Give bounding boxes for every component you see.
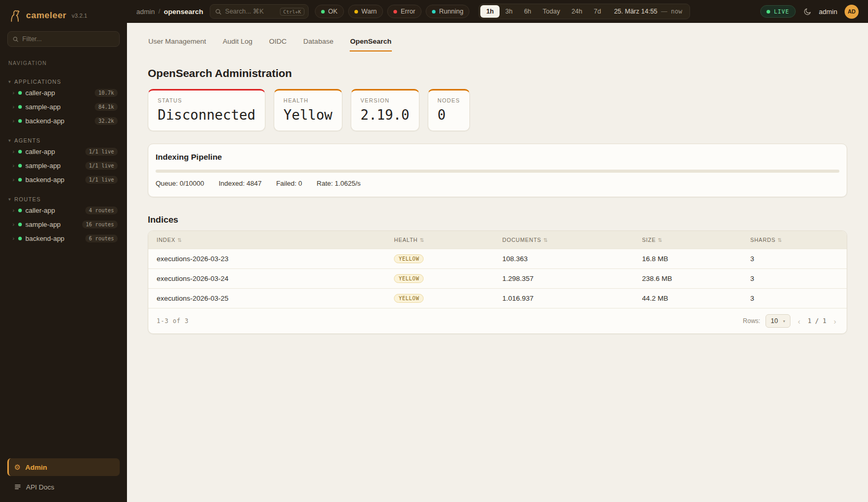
- main-area: admin / opensearch Ctrl+K OKWarnErrorRun…: [127, 0, 868, 502]
- filter-chip-warn[interactable]: Warn: [348, 5, 383, 18]
- date-range-separator: —: [661, 8, 667, 15]
- sidebar-item-badge: 1/1 live: [85, 176, 118, 184]
- health-badge: YELLOW: [394, 274, 424, 283]
- pipeline-progress-bar: [156, 170, 839, 173]
- cell-documents: 1.298.357: [494, 268, 633, 288]
- table-footer-right: Rows: 10 ▾ ‹ 1 / 1 ›: [743, 314, 838, 328]
- sidebar-item-routes-sample-app[interactable]: ›sample-app16 routes: [7, 217, 120, 231]
- stat-value: Yellow: [284, 107, 333, 123]
- filter-chip-running[interactable]: Running: [426, 5, 470, 18]
- tab-user-management[interactable]: User Management: [148, 34, 207, 52]
- filter-chip-error[interactable]: Error: [387, 5, 422, 18]
- time-range-1h[interactable]: 1h: [480, 5, 500, 18]
- nav-section-header-routes[interactable]: ▾ROUTES: [7, 195, 120, 203]
- sidebar-item-routes-backend-app[interactable]: ›backend-app6 routes: [7, 231, 120, 246]
- column-label: SHARDS: [750, 237, 776, 243]
- status-dot: [18, 150, 22, 153]
- sidebar-item-badge: 1/1 live: [85, 162, 118, 170]
- nav-section-label: ROUTES: [15, 196, 41, 202]
- search-shortcut-kbd: Ctrl+K: [280, 8, 304, 16]
- page-indicator: 1 / 1: [808, 317, 826, 325]
- column-label: HEALTH: [394, 237, 417, 243]
- rows-per-page-value: 10: [771, 317, 778, 325]
- time-range-7d[interactable]: 7d: [588, 5, 607, 18]
- search-icon: [215, 8, 222, 15]
- sidebar-filter[interactable]: [7, 31, 120, 47]
- status-dot: [18, 209, 22, 212]
- next-page-button[interactable]: ›: [832, 317, 838, 326]
- prev-page-button[interactable]: ‹: [796, 317, 802, 326]
- caret-down-icon: ▾: [8, 79, 11, 84]
- sort-icon: ⇅: [420, 237, 425, 243]
- sidebar-item-agents-caller-app[interactable]: ›caller-app1/1 live: [7, 145, 120, 159]
- sidebar-item-badge: 84.1k: [95, 103, 118, 111]
- rows-per-page-label: Rows:: [743, 317, 760, 325]
- chevron-right-icon: ›: [12, 163, 15, 169]
- sidebar-item-badge: 16 routes: [82, 221, 118, 228]
- nav-section-header-agents[interactable]: ▾AGENTS: [7, 136, 120, 145]
- tab-audit-log[interactable]: Audit Log: [222, 34, 253, 52]
- sidebar-item-label: caller-app: [25, 89, 91, 97]
- date-range-start: 25. März 14:55: [614, 8, 657, 15]
- sidebar-item-badge: 1/1 live: [85, 148, 118, 156]
- cameleer-logo-icon: [7, 8, 22, 23]
- page-content: User ManagementAudit LogOIDCDatabaseOpen…: [127, 23, 868, 502]
- sidebar-item-applications-sample-app[interactable]: ›sample-app84.1k: [7, 100, 120, 114]
- rows-per-page-select[interactable]: 10 ▾: [765, 314, 790, 328]
- column-label: SIZE: [642, 237, 656, 243]
- table-row[interactable]: executions-2026-03-23YELLOW108.36316.8 M…: [148, 249, 847, 268]
- dark-mode-toggle[interactable]: [803, 7, 812, 16]
- time-range-6h[interactable]: 6h: [518, 5, 537, 18]
- column-header-shards[interactable]: SHARDS⇅: [742, 231, 847, 249]
- sidebar-item-admin[interactable]: ⚙ Admin: [7, 458, 120, 476]
- cell-index: executions-2026-03-25: [148, 288, 386, 308]
- sidebar-item-api-docs[interactable]: API Docs: [7, 479, 120, 495]
- time-range-24h[interactable]: 24h: [566, 5, 588, 18]
- column-header-size[interactable]: SIZE⇅: [634, 231, 742, 249]
- tab-opensearch[interactable]: OpenSearch: [350, 34, 392, 52]
- tab-bar: User ManagementAudit LogOIDCDatabaseOpen…: [148, 34, 847, 52]
- sidebar-item-label: caller-app: [25, 207, 82, 214]
- nav-section-agents: ▾AGENTS›caller-app1/1 live›sample-app1/1…: [7, 136, 120, 187]
- column-header-health[interactable]: HEALTH⇅: [386, 231, 494, 249]
- cell-shards: 3: [742, 288, 847, 308]
- tab-database[interactable]: Database: [303, 34, 334, 52]
- indices-table: INDEX⇅HEALTH⇅DOCUMENTS⇅SIZE⇅SHARDS⇅ exec…: [148, 231, 847, 308]
- sidebar-item-routes-caller-app[interactable]: ›caller-app4 routes: [7, 203, 120, 217]
- time-range-today[interactable]: Today: [537, 5, 566, 18]
- moon-icon: [803, 7, 812, 16]
- sidebar-item-agents-sample-app[interactable]: ›sample-app1/1 live: [7, 159, 120, 173]
- breadcrumb-root[interactable]: admin: [136, 8, 155, 16]
- avatar[interactable]: AD: [845, 5, 859, 19]
- health-badge: YELLOW: [394, 294, 424, 303]
- stat-value: 0: [438, 107, 460, 123]
- nav-section-header-applications[interactable]: ▾APPLICATIONS: [7, 78, 120, 86]
- result-range: 1-3 of 3: [157, 317, 189, 325]
- sidebar-item-label: sample-app: [25, 221, 79, 228]
- time-range-3h[interactable]: 3h: [500, 5, 518, 18]
- live-toggle[interactable]: LIVE: [760, 5, 795, 18]
- filter-input[interactable]: [22, 35, 114, 43]
- sidebar-item-badge: 10.7k: [95, 89, 118, 97]
- docs-icon: [14, 483, 21, 491]
- table-row[interactable]: executions-2026-03-25YELLOW1.016.93744.2…: [148, 288, 847, 308]
- nav-section-heading: NAVIGATION: [8, 60, 119, 66]
- nav-sections: ▾APPLICATIONS›caller-app10.7k›sample-app…: [7, 69, 120, 246]
- sidebar-footer: ⚙ Admin API Docs: [7, 458, 120, 495]
- sidebar-item-applications-caller-app[interactable]: ›caller-app10.7k: [7, 86, 120, 100]
- search-input[interactable]: [225, 8, 277, 15]
- column-header-index[interactable]: INDEX⇅: [148, 231, 386, 249]
- cell-documents: 1.016.937: [494, 288, 633, 308]
- global-search[interactable]: Ctrl+K: [210, 4, 309, 19]
- sidebar-item-agents-backend-app[interactable]: ›backend-app1/1 live: [7, 173, 120, 187]
- filter-chip-ok[interactable]: OK: [315, 5, 344, 18]
- table-row[interactable]: executions-2026-03-24YELLOW1.298.357238.…: [148, 268, 847, 288]
- breadcrumb: admin / opensearch: [136, 8, 203, 16]
- column-header-documents[interactable]: DOCUMENTS⇅: [494, 231, 633, 249]
- pipeline-stats: Queue: 0/10000Indexed: 4847Failed: 0Rate…: [156, 179, 839, 187]
- sidebar-item-badge: 6 routes: [85, 235, 118, 242]
- nav-section-label: AGENTS: [15, 137, 41, 144]
- tab-oidc[interactable]: OIDC: [269, 34, 287, 52]
- sidebar-item-applications-backend-app[interactable]: ›backend-app32.2k: [7, 114, 120, 128]
- status-dot: [321, 10, 325, 14]
